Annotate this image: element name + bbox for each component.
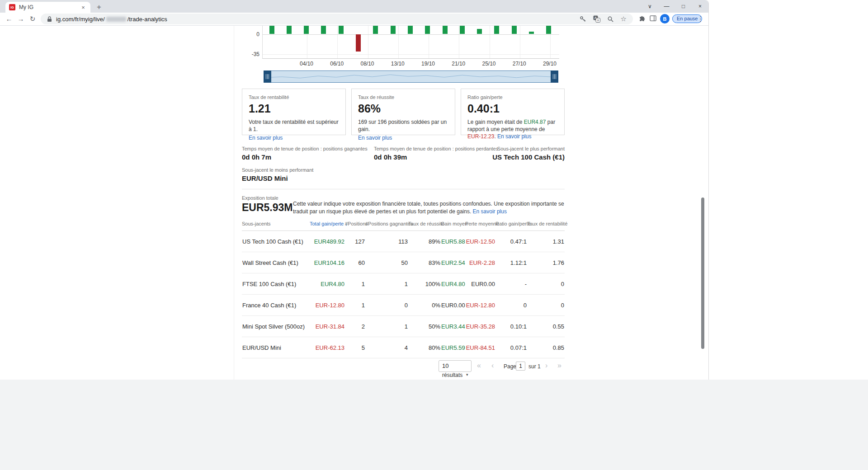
scrollbar-thumb[interactable] <box>701 197 704 349</box>
x-tick-label: 06/10 <box>330 61 344 67</box>
x-tick-label: 04/10 <box>300 61 313 67</box>
chart-bar <box>321 26 326 34</box>
chart-bar <box>477 29 482 34</box>
vertical-gridline <box>337 26 338 58</box>
browser-tab-myig[interactable]: IG My IG × <box>5 2 90 13</box>
value-cell: EUR2.54 <box>441 252 465 273</box>
y-axis-label-zero: 0 <box>239 31 259 38</box>
table-row[interactable]: Mini Spot Silver (500oz)EUR-31.842150%EU… <box>242 316 565 337</box>
reload-button[interactable]: ↻ <box>28 15 37 23</box>
last-page-button[interactable]: » <box>557 362 561 370</box>
learn-more-link[interactable]: En savoir plus <box>249 135 283 141</box>
card-value: 0.40:1 <box>467 102 558 115</box>
card-title: Taux de réussite <box>358 94 448 100</box>
slider-sparkline <box>264 71 558 82</box>
vertical-gridline <box>368 26 368 58</box>
page-number-input[interactable]: 1 <box>516 362 525 371</box>
page-label: Page <box>504 363 516 370</box>
date-range-slider[interactable] <box>264 70 558 83</box>
chart-bar <box>460 26 465 34</box>
value-cell: 100% <box>408 273 441 295</box>
learn-more-link[interactable]: En savoir plus <box>497 133 531 140</box>
window-close-button[interactable]: × <box>692 0 708 13</box>
underlying-name-cell: Mini Spot Silver (500oz) <box>242 316 310 337</box>
page-viewport: 0 -35 04/1006/1008/1013/1019/1021/1025/1… <box>0 26 708 380</box>
learn-more-link[interactable]: En savoir plus <box>358 135 392 141</box>
table-row[interactable]: EUR/USD MiniEUR-62.135480%EUR5.59EUR-84.… <box>242 337 565 358</box>
window-minimize-button[interactable]: — <box>658 0 675 13</box>
window-maximize-button[interactable]: □ <box>675 0 692 13</box>
exposure-learn-more-link[interactable]: En savoir plus <box>473 208 507 215</box>
column-header[interactable]: #Positions <box>345 219 365 231</box>
value-cell: EUR489.92 <box>310 231 345 252</box>
chart-bar <box>512 26 517 34</box>
chart-bar <box>391 26 396 34</box>
chart-bar <box>529 32 534 34</box>
back-button[interactable]: ← <box>5 15 14 23</box>
password-key-icon[interactable] <box>580 16 586 23</box>
lock-icon[interactable] <box>47 16 52 22</box>
browser-window: IG My IG × + ∨ — □ × ← → ↻ ig.com/fr/myi… <box>0 0 709 380</box>
value-cell: EUR5.59 <box>441 337 465 358</box>
pagination: 10 résultats ▾ « ‹ Page 1 sur 1 › » <box>242 360 565 380</box>
table-row[interactable]: US Tech 100 Cash (€1)EUR489.9212711389%E… <box>242 231 565 252</box>
content-left-border <box>234 26 234 380</box>
stat-avg-hold-losing: Temps moyen de tenue de position : posit… <box>374 146 498 161</box>
column-header[interactable]: Taux de réussite <box>408 219 441 231</box>
value-cell: 1.76 <box>527 252 565 273</box>
column-header[interactable]: Sous-jacents <box>242 219 310 231</box>
column-header[interactable]: Taux de rentabilité <box>527 219 565 231</box>
tab-close-icon[interactable]: × <box>80 4 87 11</box>
chart-bar <box>373 26 378 34</box>
forward-button[interactable]: → <box>16 15 25 23</box>
value-cell: EUR-2.28 <box>465 252 495 273</box>
column-header[interactable]: Ratio gain/perte <box>495 219 527 231</box>
value-cell: 50% <box>408 316 441 337</box>
url-bar[interactable]: ig.com/fr/myig/live//trade-analytics Aa … <box>41 14 633 24</box>
page-size-select[interactable]: 10 <box>439 360 472 372</box>
value-cell: 113 <box>365 231 408 252</box>
table-row[interactable]: FTSE 100 Cash (€1)EUR4.8011100%EUR4.80EU… <box>242 273 565 295</box>
value-cell: 5 <box>345 337 365 358</box>
column-header[interactable]: Perte moyenne <box>465 219 495 231</box>
column-header[interactable]: Gain moyen <box>441 219 465 231</box>
column-header[interactable]: Total gain/perte ↓ <box>310 219 345 231</box>
tab-search-chevron-icon[interactable]: ∨ <box>642 0 658 13</box>
prev-page-button[interactable]: ‹ <box>491 362 494 370</box>
x-tick-label: 27/10 <box>513 61 526 67</box>
table-body: US Tech 100 Cash (€1)EUR489.9212711389%E… <box>242 231 565 358</box>
slider-right-handle[interactable] <box>551 70 558 83</box>
chart-bar <box>494 26 499 34</box>
new-tab-button[interactable]: + <box>94 2 104 12</box>
stat-value: 0d 0h 7m <box>242 153 368 161</box>
value-cell: 0.47:1 <box>495 231 527 252</box>
vertical-gridline <box>398 26 399 58</box>
zoom-icon[interactable] <box>607 16 614 23</box>
value-cell: EUR-12.80 <box>465 295 495 316</box>
stat-card: Taux de rentabilité1.21Votre taux de ren… <box>242 89 346 135</box>
bar-chart-plot <box>262 26 559 59</box>
sidebar-panel-icon[interactable] <box>650 15 656 21</box>
card-description: 169 sur 196 positions soldées par un gai… <box>358 118 448 133</box>
menu-overflow-icon[interactable]: ⋮ <box>697 15 704 23</box>
next-page-button[interactable]: › <box>545 362 547 370</box>
profile-avatar[interactable]: B <box>660 14 670 24</box>
value-cell: 127 <box>345 231 365 252</box>
column-header[interactable]: #Positions gagnantes <box>365 219 408 231</box>
slider-left-handle[interactable] <box>264 70 271 83</box>
page-size-caret-icon[interactable]: ▾ <box>466 372 468 377</box>
value-cell: EUR-12.50 <box>465 231 495 252</box>
table-row[interactable]: Wall Street Cash (€1)EUR104.16605083%EUR… <box>242 252 565 273</box>
value-cell: 0 <box>495 295 527 316</box>
tab-title: My IG <box>19 4 80 10</box>
value-cell: 89% <box>408 231 441 252</box>
extensions-puzzle-icon[interactable] <box>638 15 646 23</box>
stat-best-underlying: Sous-jacent le plus performant US Tech 1… <box>492 146 565 161</box>
translate-icon[interactable]: Aa <box>593 15 600 23</box>
value-cell: 50 <box>365 252 408 273</box>
first-page-button[interactable]: « <box>477 362 481 370</box>
x-tick-label: 29/10 <box>543 61 557 67</box>
bookmark-star-icon[interactable]: ☆ <box>621 15 627 23</box>
x-tick-label: 19/10 <box>421 61 435 67</box>
table-row[interactable]: France 40 Cash (€1)EUR-12.80100%EUR0.00E… <box>242 295 565 316</box>
